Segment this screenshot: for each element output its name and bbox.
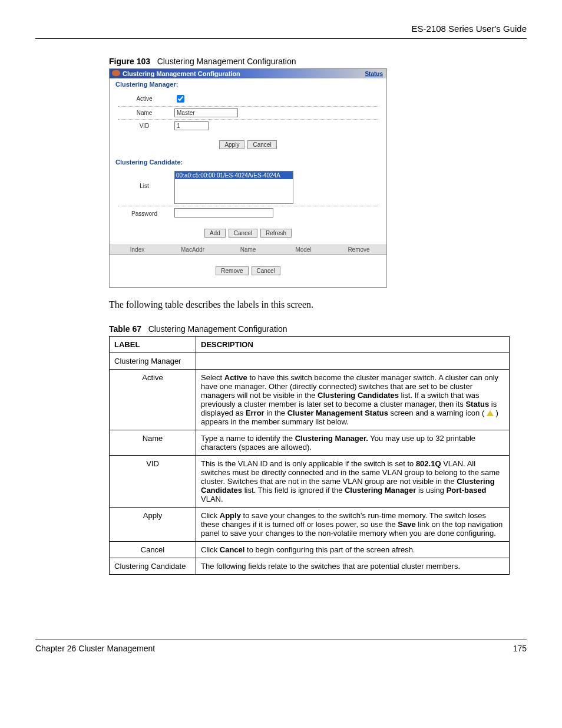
table-row: ApplyClick Apply to save your changes to…: [110, 508, 510, 542]
table-caption: Table 67 Clustering Management Configura…: [109, 324, 527, 334]
col-index: Index: [110, 245, 165, 254]
member-grid-header: Index MacAddr Name Model Remove: [110, 245, 386, 255]
figure-caption: Figure 103 Clustering Management Configu…: [109, 57, 527, 66]
table-row: VIDThis is the VLAN ID and is only appli…: [110, 456, 510, 508]
status-link[interactable]: Status: [365, 71, 383, 77]
col-model: Model: [276, 245, 331, 254]
window-title: Clustering Management Configuration: [123, 70, 240, 77]
row-description: Select Active to have this switch become…: [196, 370, 510, 430]
row-description: [196, 353, 510, 370]
page-footer: Chapter 26 Cluster Management 175: [35, 640, 527, 653]
row-label: Name: [110, 430, 196, 456]
active-label: Active: [118, 95, 171, 102]
row-label: Apply: [110, 508, 196, 542]
row-description: The following fields relate to the switc…: [196, 558, 510, 575]
table-title: Clustering Management Configuration: [148, 324, 287, 334]
cancel-button-2[interactable]: Cancel: [229, 229, 257, 238]
cancel-button-1[interactable]: Cancel: [247, 140, 276, 149]
chapter-label: Chapter 26 Cluster Management: [35, 644, 155, 653]
refresh-button[interactable]: Refresh: [260, 229, 292, 238]
figure-title: Clustering Management Configuration: [157, 57, 296, 66]
col-remove: Remove: [331, 245, 386, 254]
table-row: ActiveSelect Active to have this switch …: [110, 370, 510, 430]
row-label: Active: [110, 370, 196, 430]
row-label: Clustering Manager: [110, 353, 196, 370]
row-description: Click Cancel to begin configuring this p…: [196, 542, 510, 558]
guide-title: ES-2108 Series User's Guide: [412, 24, 527, 34]
table-number: Table 67: [109, 324, 141, 334]
list-label: List: [118, 171, 171, 189]
figure-number: Figure 103: [109, 57, 150, 66]
candidate-section-label: Clustering Candidate:: [110, 156, 386, 168]
row-label: Cancel: [110, 542, 196, 558]
candidate-list-item[interactable]: 00:a0:c5:00:00:01/ES-4024A/ES-4024A: [175, 172, 293, 179]
name-input[interactable]: Master: [174, 108, 238, 117]
config-screenshot: Clustering Management Configuration Stat…: [109, 68, 387, 288]
row-description: Click Apply to save your changes to the …: [196, 508, 510, 542]
th-desc: DESCRIPTION: [196, 337, 510, 353]
col-name: Name: [220, 245, 276, 254]
th-label: LABEL: [110, 337, 196, 353]
col-macaddr: MacAddr: [165, 245, 220, 254]
row-description: Type a name to identify the Clustering M…: [196, 430, 510, 456]
remove-button[interactable]: Remove: [216, 266, 248, 275]
table-row: CancelClick Cancel to begin configuring …: [110, 542, 510, 558]
apply-button[interactable]: Apply: [219, 140, 244, 149]
page-number: 175: [513, 644, 527, 653]
table-row: Clustering CandidateThe following fields…: [110, 558, 510, 575]
cancel-button-3[interactable]: Cancel: [252, 266, 280, 275]
intro-text: The following table describes the labels…: [109, 299, 527, 310]
manager-section-label: Clustering Manager:: [110, 78, 386, 90]
candidate-listbox[interactable]: 00:a0:c5:00:00:01/ES-4024A/ES-4024A: [174, 171, 293, 204]
table-row: Clustering Manager: [110, 353, 510, 370]
active-checkbox[interactable]: [177, 95, 184, 103]
password-label: Password: [118, 210, 171, 217]
row-description: This is the VLAN ID and is only applicab…: [196, 456, 510, 508]
add-button[interactable]: Add: [204, 229, 226, 238]
page-header: ES-2108 Series User's Guide: [35, 24, 527, 39]
name-label: Name: [118, 110, 171, 116]
vid-input[interactable]: 1: [174, 121, 209, 130]
description-table: LABEL DESCRIPTION Clustering ManagerActi…: [109, 336, 510, 575]
row-label: Clustering Candidate: [110, 558, 196, 575]
vid-label: VID: [118, 123, 171, 129]
row-label: VID: [110, 456, 196, 508]
password-input[interactable]: [174, 208, 273, 218]
table-row: NameType a name to identify the Clusteri…: [110, 430, 510, 456]
window-title-bar: Clustering Management Configuration Stat…: [110, 69, 386, 78]
